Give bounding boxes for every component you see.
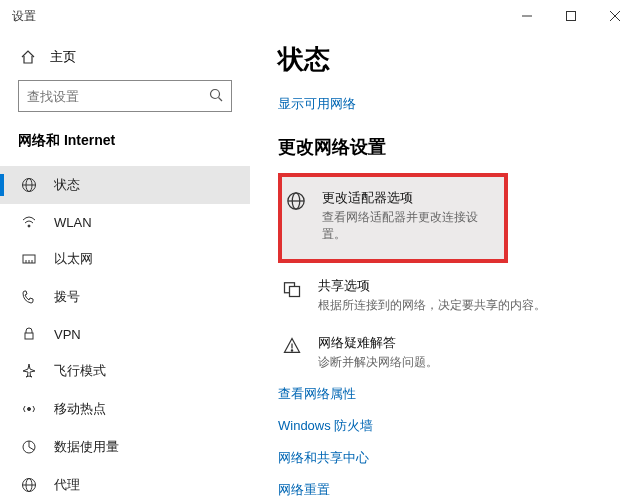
option-title: 更改适配器选项 (322, 189, 500, 207)
nav-label: 代理 (54, 476, 80, 494)
nav-label: 飞行模式 (54, 362, 106, 380)
warning-icon (282, 334, 304, 371)
nav-label: 以太网 (54, 250, 93, 268)
page-title: 状态 (278, 42, 609, 77)
nav-label: VPN (54, 327, 81, 342)
home-label: 主页 (50, 48, 76, 66)
svg-point-15 (28, 408, 31, 411)
option-sharing[interactable]: 共享选项 根据所连接到的网络，决定要共享的内容。 (278, 269, 609, 322)
svg-rect-24 (290, 287, 300, 297)
nav-hotspot[interactable]: 移动热点 (0, 390, 250, 428)
globe-icon (286, 189, 308, 243)
globe-icon (20, 177, 38, 193)
option-title: 网络疑难解答 (318, 334, 438, 352)
sidebar: 主页 网络和 Internet 状态 WLAN (0, 32, 250, 500)
svg-point-9 (28, 225, 30, 227)
sidebar-section-title: 网络和 Internet (18, 132, 232, 150)
option-troubleshoot[interactable]: 网络疑难解答 诊断并解决网络问题。 (278, 326, 609, 379)
nav-dialup[interactable]: 拨号 (0, 278, 250, 316)
nav-label: 数据使用量 (54, 438, 119, 456)
share-icon (282, 277, 304, 314)
svg-rect-1 (567, 12, 576, 21)
change-settings-heading: 更改网络设置 (278, 135, 609, 159)
main-content: 状态 显示可用网络 更改网络设置 更改适配器选项 查看网络适配器并更改连接设置。… (250, 32, 637, 500)
phone-icon (20, 289, 38, 305)
minimize-button[interactable] (505, 0, 549, 32)
svg-point-4 (211, 89, 220, 98)
option-title: 共享选项 (318, 277, 546, 295)
link-sharing-center[interactable]: 网络和共享中心 (278, 449, 609, 467)
hotspot-icon (20, 401, 38, 417)
nav-list: 状态 WLAN 以太网 拨号 (0, 166, 250, 500)
link-properties[interactable]: 查看网络属性 (278, 385, 609, 403)
nav-vpn[interactable]: VPN (0, 316, 250, 352)
highlight-box: 更改适配器选项 查看网络适配器并更改连接设置。 (278, 173, 508, 263)
nav-label: 状态 (54, 176, 80, 194)
svg-line-5 (219, 97, 223, 101)
airplane-icon (20, 363, 38, 379)
nav-datausage[interactable]: 数据使用量 (0, 428, 250, 466)
proxy-icon (20, 477, 38, 493)
nav-airplane[interactable]: 飞行模式 (0, 352, 250, 390)
nav-label: 拨号 (54, 288, 80, 306)
svg-point-26 (291, 350, 292, 351)
nav-label: WLAN (54, 215, 92, 230)
search-field[interactable] (27, 89, 209, 104)
close-button[interactable] (593, 0, 637, 32)
titlebar: 设置 (0, 0, 637, 32)
search-icon (209, 88, 223, 105)
show-networks-link[interactable]: 显示可用网络 (278, 95, 609, 113)
nav-label: 移动热点 (54, 400, 106, 418)
home-icon (20, 49, 36, 65)
svg-rect-14 (25, 333, 33, 339)
nav-wlan[interactable]: WLAN (0, 204, 250, 240)
option-desc: 查看网络适配器并更改连接设置。 (322, 209, 500, 243)
link-firewall[interactable]: Windows 防火墙 (278, 417, 609, 435)
window-title: 设置 (12, 8, 36, 25)
search-input[interactable] (18, 80, 232, 112)
link-reset[interactable]: 网络重置 (278, 481, 609, 499)
maximize-button[interactable] (549, 0, 593, 32)
data-icon (20, 439, 38, 455)
option-adapter[interactable]: 更改适配器选项 查看网络适配器并更改连接设置。 (282, 181, 504, 251)
ethernet-icon (20, 251, 38, 267)
nav-proxy[interactable]: 代理 (0, 466, 250, 500)
nav-status[interactable]: 状态 (0, 166, 250, 204)
home-link[interactable]: 主页 (18, 42, 232, 80)
wifi-icon (20, 214, 38, 230)
link-list: 查看网络属性 Windows 防火墙 网络和共享中心 网络重置 (278, 385, 609, 499)
nav-ethernet[interactable]: 以太网 (0, 240, 250, 278)
option-desc: 根据所连接到的网络，决定要共享的内容。 (318, 297, 546, 314)
option-desc: 诊断并解决网络问题。 (318, 354, 438, 371)
vpn-icon (20, 326, 38, 342)
